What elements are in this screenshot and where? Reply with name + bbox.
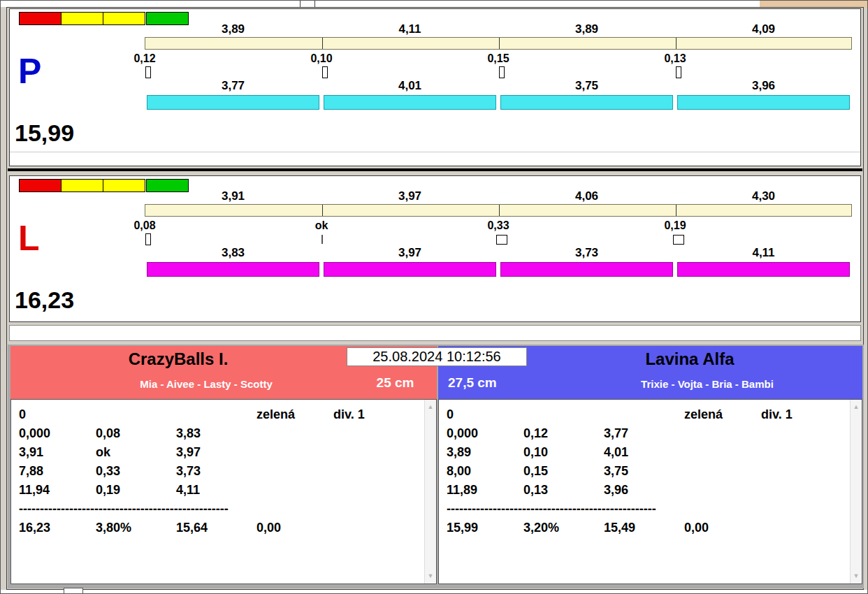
checkpoint-marker[interactable] (676, 66, 681, 78)
segment-times-row-l: 3,83 3,97 3,73 4,11 (145, 247, 852, 259)
split-track-l (145, 204, 852, 217)
results-cell (333, 462, 436, 481)
results-cell: 0 (11, 405, 96, 424)
scrollbar[interactable]: ▲ ▼ (850, 400, 862, 584)
results-cell: 3,83 (176, 424, 256, 443)
segment-bar (324, 262, 496, 277)
traffic-light-red-icon (19, 12, 62, 25)
results-cell (333, 443, 436, 462)
lane-letter-l: L (18, 221, 40, 256)
checkpoint-marker[interactable] (322, 66, 328, 78)
results-cell: 3,75 (604, 462, 684, 481)
segment-time: 3,97 (321, 247, 498, 259)
results-cell: zelená (256, 405, 333, 424)
lane-letter-p: P (18, 54, 41, 89)
team-members-left: Mia - Aivee - Lasty - Scotty (10, 378, 402, 390)
checkpoint-value: ok (301, 219, 342, 232)
results-table-left: 0 zelená div. 1 0,000 0,08 3,83 3,91 ok (11, 400, 436, 537)
segment-time: 3,75 (498, 80, 675, 92)
results-cell: 0,19 (96, 481, 176, 500)
results-separator: ----------------------------------------… (11, 500, 436, 519)
checkpoint-checkbox[interactable] (673, 235, 684, 245)
empty-status-strip (9, 325, 861, 341)
results-cell: 7,88 (11, 462, 96, 481)
lane-divider (8, 168, 862, 171)
results-cell: 8,00 (439, 462, 523, 481)
traffic-light-yellow2-icon (103, 179, 145, 192)
results-cell: 0,33 (96, 462, 176, 481)
results-cell (684, 481, 761, 500)
table-row: 8,00 0,15 3,75 (439, 462, 862, 481)
checkpoint-value: 0,15 (477, 52, 519, 65)
results-cell: 15,99 (439, 519, 523, 537)
segment-bar (147, 95, 319, 110)
table-row: 11,89 0,13 3,96 (439, 481, 862, 500)
split-time: 3,91 (145, 190, 321, 203)
results-cell (256, 424, 333, 443)
table-row: 0,000 0,12 3,77 (439, 424, 862, 443)
results-cell: 3,96 (604, 481, 684, 500)
track-tick (676, 38, 677, 49)
split-time: 4,09 (675, 23, 852, 36)
results-cell: 3,77 (604, 424, 684, 443)
timestamp-box: 25.08.2024 10:12:56 (347, 347, 527, 366)
checkpoint-marker[interactable] (145, 233, 151, 245)
results-cell (761, 443, 862, 462)
results-cell (684, 424, 761, 443)
results-cell: 0,08 (96, 424, 176, 443)
team-name-right: Lavina Alfa (550, 349, 830, 370)
results-cell: 0,00 (684, 519, 761, 537)
results-cell: 0,10 (523, 443, 604, 462)
jump-height-right: 27,5 cm (448, 375, 525, 391)
track-tick (499, 205, 500, 216)
track-tick (322, 38, 323, 49)
track-tick (499, 38, 500, 49)
split-time: 3,89 (498, 23, 675, 36)
segment-bar (324, 95, 496, 110)
checkpoint-marker-line (321, 235, 323, 244)
team-members-right: Trixie - Vojta - Bria - Bambi (557, 378, 858, 390)
results-cell: 0,12 (523, 424, 604, 443)
split-time: 4,11 (321, 23, 498, 36)
checkpoint-marker[interactable] (499, 66, 505, 78)
lane-total-p: 15,99 (15, 119, 74, 146)
scrollbar[interactable]: ▲ ▼ (424, 400, 436, 584)
table-row-total: 16,23 3,80% 15,64 0,00 (11, 519, 436, 537)
results-panel-right: 0 zelená div. 1 0,000 0,12 3,77 3,89 0,1… (438, 399, 862, 584)
application-window: P 3,89 4,11 3,89 4,09 0,12 0,10 0,15 0,1… (0, 0, 868, 594)
top-strip (1, 1, 868, 7)
results-cell: 0,13 (523, 481, 604, 500)
results-cell: 0,00 (256, 519, 333, 537)
results-cell: ok (96, 443, 176, 462)
results-panel-left: 0 zelená div. 1 0,000 0,08 3,83 3,91 ok (10, 399, 437, 584)
segment-time: 4,11 (675, 247, 852, 259)
segment-time: 4,01 (321, 80, 498, 92)
table-row: 7,88 0,33 3,73 (11, 462, 436, 481)
scroll-down-icon[interactable]: ▼ (851, 570, 862, 582)
checkpoint-value: 0,08 (124, 219, 166, 232)
bottom-tab[interactable] (64, 588, 83, 594)
traffic-light-yellow2-icon (103, 12, 145, 25)
bottom-strip (1, 590, 868, 594)
segment-time: 3,77 (145, 80, 321, 92)
divider-line (10, 152, 860, 152)
checkpoint-checkbox[interactable] (496, 235, 507, 245)
results-section: CrazyBalls I. Mia - Aivee - Lasty - Scot… (8, 345, 864, 588)
results-cell (256, 462, 333, 481)
segment-time: 3,83 (145, 247, 321, 259)
results-cell: 15,64 (176, 519, 256, 537)
scroll-up-icon[interactable]: ▲ (851, 401, 862, 413)
split-time: 4,30 (675, 190, 852, 203)
results-cell (761, 481, 862, 500)
checkpoint-marker[interactable] (145, 66, 151, 78)
checkpoint-value: 0,33 (477, 219, 519, 232)
results-cell: 3,20% (523, 519, 604, 537)
results-cell (333, 519, 436, 537)
results-cell: 16,23 (11, 519, 96, 537)
scroll-down-icon[interactable]: ▼ (425, 570, 436, 582)
results-cell: 15,49 (604, 519, 684, 537)
team-name-left: CrazyBalls I. (10, 349, 346, 370)
segment-bar (500, 262, 673, 277)
scroll-up-icon[interactable]: ▲ (425, 401, 436, 413)
table-row: 0,000 0,08 3,83 (11, 424, 436, 443)
